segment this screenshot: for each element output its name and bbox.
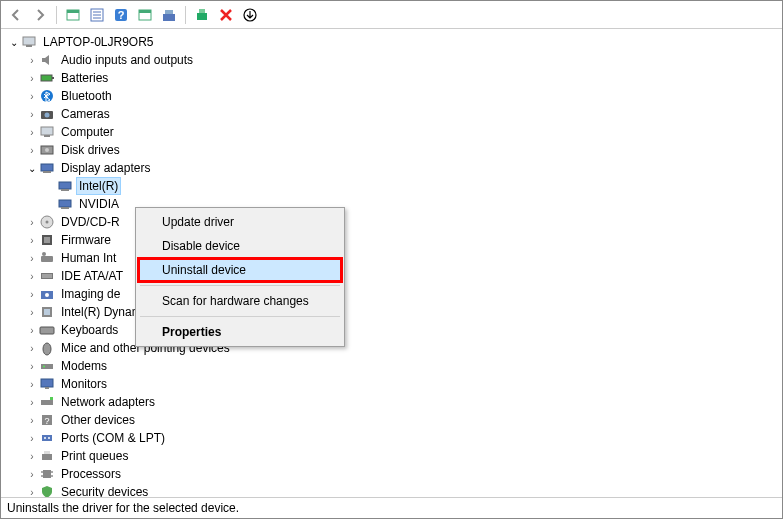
properties-button[interactable] (86, 4, 108, 26)
tree-category[interactable]: ›Processors (1, 465, 782, 483)
svg-rect-49 (41, 379, 53, 387)
device-tree[interactable]: ⌄ LAPTOP-0LJR9OR5 ›Audio inputs and outp… (1, 29, 782, 498)
forward-button[interactable] (29, 4, 51, 26)
category-label: Audio inputs and outputs (59, 52, 195, 68)
tree-category[interactable]: ›Batteries (1, 69, 782, 87)
tree-category[interactable]: ›?Other devices (1, 411, 782, 429)
remove-button[interactable] (215, 4, 237, 26)
category-icon (39, 484, 55, 498)
tree-category[interactable]: ›Ports (COM & LPT) (1, 429, 782, 447)
expand-icon[interactable]: › (25, 323, 39, 337)
expand-icon[interactable]: › (25, 395, 39, 409)
scan-button[interactable] (158, 4, 180, 26)
device-label: Intel(R) (77, 178, 120, 194)
tree-root[interactable]: ⌄ LAPTOP-0LJR9OR5 (1, 33, 782, 51)
collapse-icon[interactable]: ⌄ (7, 35, 21, 49)
expand-icon[interactable]: › (25, 341, 39, 355)
tree-category[interactable]: ›Imaging de (1, 285, 782, 303)
tree-category[interactable]: ›Audio inputs and outputs (1, 51, 782, 69)
menu-item[interactable]: Properties (138, 320, 342, 344)
tree-category[interactable]: ›Computer (1, 123, 782, 141)
add-hardware-button[interactable] (191, 4, 213, 26)
tree-category[interactable]: ›Print queues (1, 447, 782, 465)
category-label: Monitors (59, 376, 109, 392)
help-button[interactable]: ? (110, 4, 132, 26)
expand-icon[interactable]: › (25, 125, 39, 139)
svg-rect-44 (44, 309, 50, 315)
tree-category[interactable]: ›Monitors (1, 375, 782, 393)
tree-category[interactable]: ›Security devices (1, 483, 782, 498)
svg-rect-60 (43, 470, 51, 478)
svg-rect-17 (41, 75, 52, 81)
expand-icon[interactable]: › (25, 215, 39, 229)
svg-rect-31 (61, 207, 69, 209)
expand-icon[interactable]: › (25, 251, 39, 265)
svg-point-46 (43, 343, 51, 355)
category-label: IDE ATA/AT (59, 268, 125, 284)
menu-item[interactable]: Update driver (138, 210, 342, 234)
menu-item[interactable]: Disable device (138, 234, 342, 258)
tree-category[interactable]: ›Keyboards (1, 321, 782, 339)
toolbar-separator (185, 6, 186, 24)
collapse-icon[interactable]: ⌄ (25, 161, 39, 175)
tree-category[interactable]: ›Human Int (1, 249, 782, 267)
tree-device[interactable]: NVIDIA (1, 195, 782, 213)
tree-device[interactable]: Intel(R) (1, 177, 782, 195)
expand-icon[interactable]: › (25, 143, 39, 157)
category-icon (39, 106, 55, 122)
status-text: Uninstalls the driver for the selected d… (7, 501, 239, 515)
computer-icon (21, 34, 37, 50)
expand-icon[interactable]: › (25, 305, 39, 319)
tree-category[interactable]: ›Mice and other pointing devices (1, 339, 782, 357)
tree-category[interactable]: ⌄Display adapters (1, 159, 782, 177)
view-button[interactable] (134, 4, 156, 26)
tree-category[interactable]: ›Bluetooth (1, 87, 782, 105)
svg-rect-52 (50, 397, 53, 400)
svg-rect-55 (42, 435, 52, 441)
status-bar: Uninstalls the driver for the selected d… (1, 498, 782, 518)
tree-category[interactable]: ›Intel(R) Dynamic Platform and Thermal F… (1, 303, 782, 321)
svg-rect-35 (44, 237, 50, 243)
back-button[interactable] (5, 4, 27, 26)
expand-icon[interactable]: › (25, 53, 39, 67)
expand-icon[interactable]: › (25, 449, 39, 463)
expand-icon[interactable]: › (25, 71, 39, 85)
svg-rect-18 (52, 77, 54, 79)
svg-rect-12 (197, 13, 207, 20)
svg-rect-29 (61, 189, 69, 191)
expand-icon[interactable]: › (25, 107, 39, 121)
menu-item[interactable]: Uninstall device (138, 258, 342, 282)
svg-rect-45 (40, 327, 54, 334)
svg-point-42 (45, 293, 49, 297)
expand-icon[interactable]: › (25, 377, 39, 391)
category-label: Modems (59, 358, 109, 374)
device-icon (57, 178, 73, 194)
tree-category[interactable]: ›Firmware (1, 231, 782, 249)
expand-icon[interactable]: › (25, 359, 39, 373)
tree-category[interactable]: ›Disk drives (1, 141, 782, 159)
svg-rect-16 (26, 45, 32, 47)
category-label: Processors (59, 466, 123, 482)
menu-item[interactable]: Scan for hardware changes (138, 289, 342, 313)
tree-category[interactable]: ›DVD/CD-R (1, 213, 782, 231)
expand-icon[interactable]: › (25, 287, 39, 301)
show-hidden-button[interactable] (62, 4, 84, 26)
expand-icon[interactable]: › (25, 269, 39, 283)
expand-icon[interactable]: › (25, 485, 39, 498)
tree-category[interactable]: ›Modems (1, 357, 782, 375)
category-label: Imaging de (59, 286, 122, 302)
expand-icon[interactable]: › (25, 413, 39, 427)
expand-icon[interactable]: › (25, 233, 39, 247)
expand-icon[interactable]: › (25, 431, 39, 445)
category-label: Security devices (59, 484, 150, 498)
category-icon (39, 466, 55, 482)
tree-category[interactable]: ›IDE ATA/AT (1, 267, 782, 285)
svg-rect-30 (59, 200, 71, 207)
tree-category[interactable]: ›Network adapters (1, 393, 782, 411)
more-dropdown-button[interactable] (239, 4, 261, 26)
svg-point-48 (43, 366, 45, 368)
expand-icon[interactable]: › (25, 89, 39, 103)
category-icon (39, 250, 55, 266)
expand-icon[interactable]: › (25, 467, 39, 481)
tree-category[interactable]: ›Cameras (1, 105, 782, 123)
